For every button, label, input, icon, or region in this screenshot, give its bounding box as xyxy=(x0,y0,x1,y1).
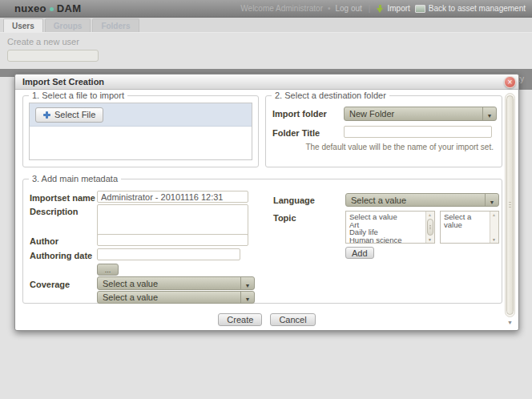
import-link-label: Import xyxy=(387,4,409,13)
app-logo: nuxeo DAM xyxy=(14,2,81,14)
back-link-label: Back to asset management xyxy=(429,4,526,13)
import-download-icon xyxy=(377,4,384,14)
destination-section: 2. Select a destination folder Import fo… xyxy=(265,95,502,167)
topic-selected-option[interactable]: Select a value xyxy=(444,213,490,228)
importset-name-label: Importset name xyxy=(30,193,95,203)
language-value: Select a value xyxy=(346,194,485,206)
import-link[interactable]: Import xyxy=(377,4,409,14)
import-set-creation-dialog: Import Set Creation × 1. Select a file t… xyxy=(14,74,519,331)
back-to-asset-management-link[interactable]: Back to asset management xyxy=(415,4,526,13)
author-input[interactable] xyxy=(97,234,248,246)
folder-title-help-text: The default value will be the name of yo… xyxy=(282,143,494,151)
select-file-button[interactable]: Select File xyxy=(35,107,103,123)
chevron-down-icon xyxy=(487,107,493,121)
topic-add-button[interactable]: Add xyxy=(345,247,374,259)
tab-groups[interactable]: Groups xyxy=(45,18,91,32)
dialog-scrollbar[interactable] xyxy=(505,93,515,317)
topic-options-scrollbar[interactable] xyxy=(425,212,434,243)
cancel-button[interactable]: Cancel xyxy=(270,313,315,326)
chevron-down-icon xyxy=(245,276,251,290)
import-folder-label: Import folder xyxy=(272,109,327,119)
screen: nuxeo DAM Welcome Administrator • Log ou… xyxy=(0,0,532,399)
close-icon[interactable]: × xyxy=(504,76,516,88)
metadata-section-legend: 3. Add main metadata xyxy=(29,174,121,183)
metadata-section: 3. Add main metadata Importset name Desc… xyxy=(22,179,502,304)
logo-brand: nuxeo xyxy=(14,2,46,14)
separator-pipe: | xyxy=(369,4,371,13)
image-icon xyxy=(415,5,425,13)
coverage-select-2[interactable]: Select a value xyxy=(97,291,255,304)
file-upload-area: Select File xyxy=(29,103,252,160)
import-folder-value: New Folder xyxy=(345,107,482,120)
file-upload-toolbar: Select File xyxy=(30,103,252,127)
folder-title-label: Folder Title xyxy=(272,128,320,138)
logo-dot-icon xyxy=(50,7,54,11)
dialog-footer: Create Cancel xyxy=(15,313,518,326)
coverage-select-1[interactable]: Select a value xyxy=(97,276,255,290)
tab-folders[interactable]: Folders xyxy=(92,18,139,32)
topic-options-list: Select a value Art Daily life Human scie… xyxy=(346,212,425,243)
dialog-title: Import Set Creation xyxy=(15,75,518,90)
date-picker-button[interactable]: ... xyxy=(97,264,119,276)
file-section-legend: 1. Select a file to import xyxy=(29,91,127,100)
select-file-label: Select File xyxy=(54,110,95,119)
coverage-dropdown-button-1[interactable] xyxy=(240,277,254,289)
topic-option[interactable]: Select a value xyxy=(349,213,425,221)
coverage-dropdown-button-2[interactable] xyxy=(240,292,254,303)
coverage-label: Coverage xyxy=(30,280,70,289)
authoring-date-input[interactable] xyxy=(97,248,240,260)
coverage-value-1: Select a value xyxy=(98,277,240,289)
welcome-text: Welcome Administrator xyxy=(240,4,323,13)
language-select[interactable]: Select a value xyxy=(345,193,499,207)
logo-product: DAM xyxy=(57,2,82,14)
dialog-scrollbar-thumb[interactable] xyxy=(506,95,514,315)
file-section: 1. Select a file to import Select File xyxy=(22,95,259,167)
topic-selected-scrollbar[interactable] xyxy=(490,212,498,243)
separator-bullet: • xyxy=(328,4,331,13)
tab-bar: Users Groups Folders xyxy=(0,18,532,33)
tab-users[interactable]: Users xyxy=(3,18,43,32)
new-user-search-input[interactable] xyxy=(7,50,99,62)
folder-title-input[interactable] xyxy=(344,126,492,138)
language-label: Language xyxy=(273,195,315,205)
authoring-date-label: Authoring date xyxy=(30,251,92,260)
create-user-label: Create a new user xyxy=(7,37,79,46)
plus-icon xyxy=(43,111,50,119)
create-button[interactable]: Create xyxy=(218,313,262,326)
import-folder-dropdown-button[interactable] xyxy=(482,107,496,120)
topic-options-listbox[interactable]: Select a value Art Daily life Human scie… xyxy=(345,211,435,244)
chevron-down-icon xyxy=(490,193,495,207)
logout-link[interactable]: Log out xyxy=(335,4,361,13)
author-label: Author xyxy=(30,236,58,246)
chevron-down-icon xyxy=(245,291,251,304)
importset-name-input[interactable] xyxy=(97,191,248,203)
description-label: Description xyxy=(30,207,79,216)
topic-label: Topic xyxy=(273,213,296,223)
topic-option[interactable]: Human science xyxy=(349,236,425,244)
language-dropdown-button[interactable] xyxy=(485,194,498,206)
topic-selected-listbox[interactable]: Select a value xyxy=(440,211,499,244)
destination-section-legend: 2. Select a destination folder xyxy=(272,91,389,100)
coverage-value-2: Select a value xyxy=(98,292,240,303)
topic-selected-list: Select a value xyxy=(441,212,490,243)
header-actions: Welcome Administrator • Log out | Import… xyxy=(240,4,526,14)
top-header: nuxeo DAM Welcome Administrator • Log ou… xyxy=(0,0,532,18)
import-folder-select[interactable]: New Folder xyxy=(344,107,497,121)
scrollbar-thumb[interactable] xyxy=(427,219,433,236)
